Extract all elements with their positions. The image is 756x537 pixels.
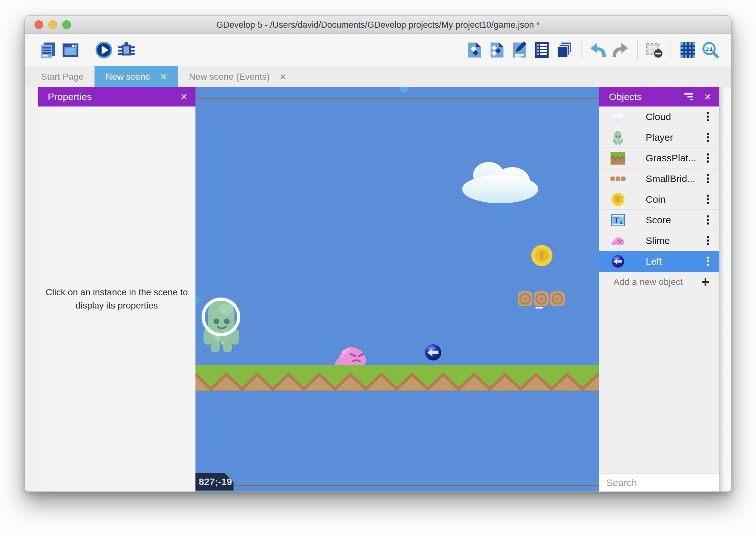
properties-empty-message: Click on an instance in the scene to dis…	[45, 286, 189, 312]
close-tab-icon[interactable]: ✕	[160, 73, 167, 81]
svg-text:1:1: 1:1	[706, 46, 712, 51]
scene-bottom-boundary-line	[196, 485, 599, 486]
object-menu-button[interactable]	[704, 131, 711, 143]
instances-list-icon	[533, 41, 551, 59]
small-bridge-instance[interactable]	[517, 291, 565, 307]
plus-icon: +	[701, 275, 709, 289]
tab-start-page[interactable]: Start Page	[30, 66, 94, 87]
object-row-coin[interactable]: Coin	[599, 189, 719, 210]
player-instance-selected[interactable]	[201, 297, 242, 353]
object-menu-button[interactable]	[704, 235, 711, 247]
slime-instance[interactable]	[335, 345, 368, 366]
toolbar-left-group	[38, 40, 136, 60]
undo-icon	[589, 41, 607, 59]
close-tab-icon[interactable]: ✕	[279, 73, 286, 81]
scene-canvas[interactable]: 827;-19	[196, 87, 599, 491]
grass-platform-instance[interactable]	[196, 365, 599, 391]
slime-icon	[610, 232, 626, 249]
svg-text:x: x	[620, 219, 623, 225]
objects-list: Cloud Player Grass	[599, 106, 719, 272]
right-gutter	[719, 87, 732, 491]
toggle-grid-button[interactable]	[678, 41, 697, 60]
layers-icon	[555, 41, 574, 59]
object-row-player[interactable]: Player	[599, 127, 719, 148]
scene-handle-dot-left[interactable]	[196, 295, 200, 304]
object-groups-button[interactable]	[487, 41, 506, 60]
coin-instance[interactable]	[531, 245, 553, 267]
add-object-button[interactable]	[465, 41, 483, 60]
object-row-grassplatform[interactable]: GrassPlat...	[599, 148, 719, 168]
object-groups-icon	[488, 41, 506, 59]
zoom-reset-button[interactable]: 1:1	[701, 41, 720, 60]
object-menu-button[interactable]	[704, 173, 711, 185]
play-icon	[95, 41, 113, 59]
debug-button[interactable]	[117, 41, 136, 60]
play-button[interactable]	[94, 41, 113, 60]
debug-bug-icon	[117, 41, 135, 59]
tab-new-scene-events[interactable]: New scene (Events) ✕	[178, 66, 297, 87]
add-new-object-button[interactable]: Add a new object +	[599, 272, 719, 292]
object-menu-button[interactable]	[704, 193, 711, 205]
toolbar-separator	[581, 40, 582, 60]
object-menu-button[interactable]	[704, 214, 711, 226]
left-arrow-ball-icon	[610, 253, 626, 270]
object-row-slime[interactable]: Slime	[599, 230, 719, 251]
scene-properties-button[interactable]	[510, 41, 529, 60]
svg-text:T: T	[614, 216, 619, 225]
gdevelop-window: GDevelop 5 - /Users/david/Documents/GDev…	[24, 16, 732, 492]
tab-label: New scene	[105, 72, 150, 82]
bridge-mark	[535, 307, 543, 309]
window-titlebar: GDevelop 5 - /Users/david/Documents/GDev…	[25, 16, 731, 34]
window-icon	[61, 41, 79, 59]
edit-pencil-icon	[510, 41, 528, 59]
layers-button[interactable]	[555, 41, 574, 60]
project-manager-button[interactable]	[38, 41, 57, 60]
object-row-score[interactable]: T x Score	[599, 210, 719, 230]
objects-panel-spacer	[599, 292, 719, 474]
left-button-instance[interactable]	[425, 344, 441, 361]
instances-list-button[interactable]	[533, 41, 551, 60]
redo-button[interactable]	[611, 41, 630, 60]
filter-icon[interactable]	[684, 92, 693, 102]
scene-handle-dot-top[interactable]	[400, 87, 409, 92]
tab-bar: Start Page New scene ✕ New scene (Events…	[25, 66, 731, 87]
search-input[interactable]	[606, 477, 732, 489]
scene-top-boundary-line	[196, 98, 599, 99]
redo-icon	[612, 41, 629, 59]
main-content: Properties ✕ Click on an instance in the…	[25, 87, 731, 491]
toolbar-separator	[670, 40, 671, 60]
project-manager-icon	[39, 41, 57, 59]
objects-title: Objects	[609, 91, 684, 102]
object-menu-button[interactable]	[704, 152, 711, 164]
small-bridge-icon	[610, 170, 626, 187]
object-icon	[465, 41, 483, 59]
object-menu-button[interactable]	[704, 255, 711, 267]
zoom-1-1-icon: 1:1	[701, 41, 719, 59]
player-icon	[610, 129, 626, 146]
grass-platform-icon	[610, 150, 626, 167]
undo-button[interactable]	[588, 41, 607, 60]
properties-title: Properties	[48, 91, 180, 102]
close-icon[interactable]: ✕	[180, 92, 188, 102]
toolbar-separator	[87, 40, 88, 60]
objects-search-bar	[599, 474, 719, 491]
properties-panel: Properties ✕ Click on an instance in the…	[38, 87, 196, 491]
cloud-icon	[610, 108, 626, 125]
main-toolbar: 1:1	[25, 34, 731, 66]
properties-header: Properties ✕	[38, 87, 196, 106]
object-row-cloud[interactable]: Cloud	[599, 106, 719, 127]
properties-body: Click on an instance in the scene to dis…	[38, 106, 196, 491]
objects-panel: Objects ✕ Cloud Player	[599, 87, 719, 491]
toggle-mask-button[interactable]	[645, 41, 663, 60]
close-icon[interactable]: ✕	[704, 92, 711, 102]
left-gutter	[25, 87, 38, 491]
cloud-instance[interactable]	[459, 158, 542, 204]
tab-new-scene[interactable]: New scene ✕	[94, 66, 178, 87]
cursor-coordinates-badge: 827;-19	[196, 473, 234, 490]
start-page-button[interactable]	[61, 41, 80, 60]
grid-icon	[679, 41, 697, 59]
object-row-left[interactable]: Left	[599, 251, 719, 272]
window-title: GDevelop 5 - /Users/david/Documents/GDev…	[25, 16, 731, 34]
object-row-smallbridge[interactable]: SmallBrid...	[599, 168, 719, 189]
object-menu-button[interactable]	[704, 111, 711, 123]
